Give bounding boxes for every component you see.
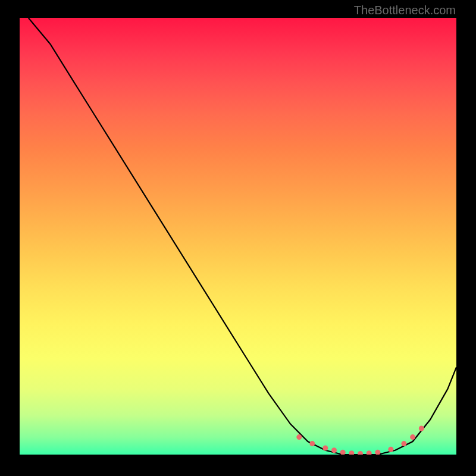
highlight-dot <box>296 434 302 440</box>
watermark-text: TheBottleneck.com <box>354 4 456 17</box>
highlight-dot <box>340 450 346 455</box>
highlight-dot <box>388 447 393 452</box>
highlight-dot <box>349 450 354 455</box>
highlight-dot <box>309 441 315 446</box>
highlight-dot <box>419 426 424 431</box>
highlight-dot <box>401 441 406 446</box>
highlight-dot <box>331 447 337 453</box>
highlight-dot <box>367 450 372 455</box>
optimal-range-dots <box>296 426 424 455</box>
chart-container: TheBottleneck.com <box>0 0 476 476</box>
highlight-dot <box>322 446 328 451</box>
highlight-dot <box>410 434 415 440</box>
chart-svg <box>20 18 456 455</box>
highlight-dot <box>358 451 363 455</box>
bottleneck-curve-line <box>29 18 456 455</box>
highlight-dot <box>375 450 380 455</box>
